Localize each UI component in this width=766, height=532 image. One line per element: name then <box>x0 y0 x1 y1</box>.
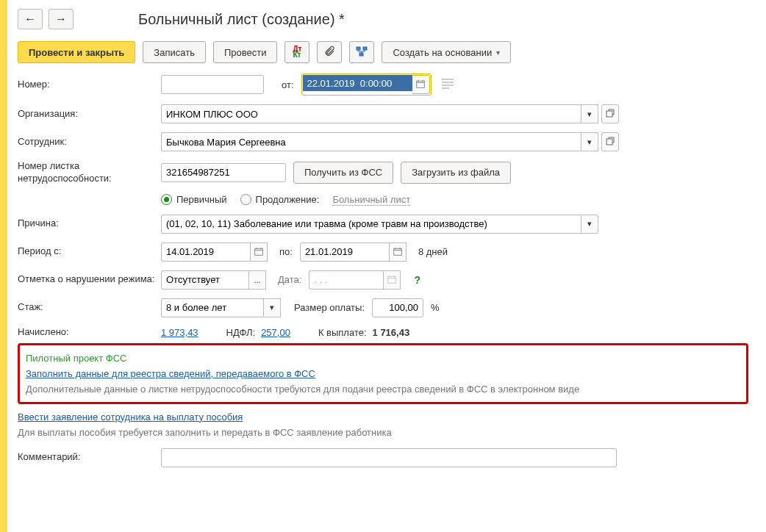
svg-rect-7 <box>394 248 402 255</box>
topay-label: К выплате: <box>318 327 367 338</box>
svg-rect-1 <box>363 47 367 50</box>
radio-unchecked-icon <box>240 194 251 205</box>
svg-rect-4 <box>606 111 612 117</box>
period-from-input[interactable] <box>161 242 251 262</box>
post-and-close-button[interactable]: Провести и закрыть <box>18 41 135 63</box>
cert-no-label: Номер листка нетрудоспособности: <box>18 160 161 185</box>
nav-forward-button[interactable]: → <box>49 9 74 29</box>
paperclip-icon <box>323 46 335 60</box>
to-label: по: <box>279 246 293 257</box>
employee-input[interactable] <box>161 132 581 151</box>
arrow-left-icon: ← <box>24 12 36 26</box>
accrued-link[interactable]: 1 973,43 <box>161 327 198 338</box>
comment-label: Комментарий: <box>18 451 161 464</box>
number-label: Номер: <box>18 79 161 91</box>
violation-input[interactable] <box>161 270 249 290</box>
calendar-icon <box>393 247 402 257</box>
violation-more-button[interactable]: ... <box>248 270 266 290</box>
application-desc: Для выплаты пособия требуется заполнить … <box>18 427 748 438</box>
chevron-down-icon: ▾ <box>587 137 592 147</box>
employee-open-button[interactable] <box>601 132 619 151</box>
chevron-down-icon: ▾ <box>270 303 274 312</box>
svg-rect-0 <box>357 47 360 50</box>
org-label: Организация: <box>18 108 161 121</box>
org-dropdown-button[interactable]: ▾ <box>581 104 598 123</box>
left-stripe <box>0 0 7 485</box>
employee-label: Сотрудник: <box>18 136 161 148</box>
violation-date-calendar-button[interactable] <box>383 270 401 290</box>
chevron-down-icon: ▾ <box>587 109 592 119</box>
percent-label: % <box>431 302 440 313</box>
org-open-button[interactable] <box>601 104 619 123</box>
list-icon[interactable] <box>442 79 454 91</box>
pay-rate-label: Размер оплаты: <box>294 302 365 313</box>
calendar-icon <box>254 247 263 257</box>
days-text: 8 дней <box>418 246 448 257</box>
open-icon <box>606 109 615 119</box>
primary-radio[interactable]: Первичный <box>161 194 227 205</box>
application-link[interactable]: Ввести заявление сотрудника на выплату п… <box>18 411 243 423</box>
structure-button[interactable] <box>349 41 374 63</box>
period-from-label: Период с: <box>18 245 161 258</box>
save-button[interactable]: Записать <box>143 41 206 63</box>
seniority-dropdown-button[interactable]: ▾ <box>263 298 281 317</box>
violation-date-input[interactable] <box>309 270 384 290</box>
chevron-down-icon: ▾ <box>587 219 592 229</box>
from-label: от: <box>282 79 294 90</box>
attach-button[interactable] <box>317 41 342 63</box>
svg-rect-5 <box>606 139 612 145</box>
violation-date-label: Дата: <box>278 274 301 285</box>
date-input[interactable] <box>303 75 413 91</box>
sickleave-link[interactable]: Больничный лист <box>332 194 410 206</box>
period-to-calendar-button[interactable] <box>389 242 407 262</box>
primary-radio-label: Первичный <box>176 194 227 205</box>
period-to-input[interactable] <box>300 242 390 262</box>
seniority-input[interactable] <box>161 298 264 317</box>
create-based-on-button[interactable]: Создать на основании <box>382 41 511 63</box>
reason-input[interactable] <box>161 215 581 234</box>
svg-rect-6 <box>255 248 263 255</box>
ellipsis-icon: ... <box>254 276 260 284</box>
continuation-radio[interactable]: Продолжение: <box>240 194 320 205</box>
pilot-project-block: Пилотный проект ФСС Заполнить данные для… <box>18 343 748 404</box>
continuation-radio-label: Продолжение: <box>256 194 320 205</box>
calendar-icon <box>387 275 396 285</box>
cert-no-input[interactable] <box>161 163 286 182</box>
arrow-right-icon: → <box>55 12 67 26</box>
radio-checked-icon <box>161 194 172 205</box>
date-field-wrapper <box>301 73 432 96</box>
svg-rect-2 <box>359 53 363 56</box>
structure-icon <box>356 46 368 60</box>
calendar-icon <box>416 79 425 90</box>
violation-label: Отметка о нарушении режима: <box>18 273 161 286</box>
load-file-button[interactable]: Загрузить из файла <box>401 162 511 184</box>
pilot-desc: Дополнительные данные о листке нетрудосп… <box>26 384 740 395</box>
svg-rect-3 <box>417 81 425 87</box>
comment-input[interactable] <box>161 448 617 467</box>
ndfl-link[interactable]: 257,00 <box>261 327 290 338</box>
reason-dropdown-button[interactable]: ▾ <box>581 215 598 234</box>
ndfl-label: НДФЛ: <box>226 327 256 338</box>
help-button[interactable]: ? <box>414 274 420 286</box>
org-input[interactable] <box>161 104 581 123</box>
page-title: Больничный лист (создание) * <box>138 11 345 28</box>
topay-value: 1 716,43 <box>373 327 410 338</box>
pilot-title: Пилотный проект ФСС <box>26 353 740 364</box>
pay-rate-input[interactable] <box>372 298 423 317</box>
get-fss-button[interactable]: Получить из ФСС <box>293 162 393 184</box>
seniority-label: Стаж: <box>18 301 161 314</box>
pilot-fill-link[interactable]: Заполнить данные для реестра сведений, п… <box>26 368 315 379</box>
number-input[interactable] <box>161 75 264 94</box>
reason-label: Причина: <box>18 218 161 230</box>
dtct-button[interactable]: ДтКт <box>284 41 309 63</box>
post-button[interactable]: Провести <box>213 41 278 63</box>
period-from-calendar-button[interactable] <box>250 242 268 262</box>
employee-dropdown-button[interactable]: ▾ <box>581 132 598 151</box>
date-calendar-button[interactable] <box>412 75 430 94</box>
svg-rect-8 <box>388 276 396 283</box>
dtct-icon: ДтКт <box>293 46 301 58</box>
accrued-label: Начислено: <box>18 326 161 339</box>
nav-back-button[interactable]: ← <box>18 9 43 29</box>
open-icon <box>606 137 615 147</box>
